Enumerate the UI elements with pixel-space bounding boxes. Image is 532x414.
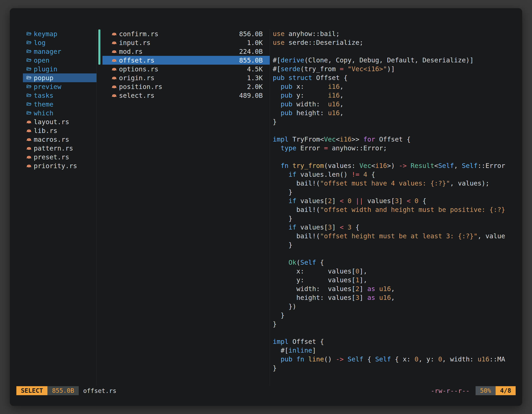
file-name: select.rs (119, 92, 237, 99)
code-line: pub y: i16, (273, 91, 513, 100)
sidebar-item-pattern-rs[interactable]: pattern.rs (23, 144, 96, 153)
file-list-scrollbar[interactable] (98, 29, 100, 65)
sidebar-item-label: lib.rs (34, 127, 57, 135)
rust-file-icon (111, 66, 117, 72)
sidebar-item-label: plugin (34, 65, 57, 73)
code-line: } (273, 364, 513, 373)
file-size: 224.0B (239, 48, 263, 55)
code-line: } (273, 214, 513, 223)
code-line (273, 328, 513, 337)
code-line: }) (273, 302, 513, 311)
sidebar-item-tasks[interactable]: tasks (23, 91, 96, 100)
file-row-input-rs[interactable]: input.rs 1.0K (103, 38, 270, 47)
rust-file-icon (26, 137, 32, 142)
rust-file-icon (26, 145, 32, 151)
file-name: mod.rs (119, 48, 237, 55)
rust-file-icon (111, 58, 117, 63)
rust-file-icon (111, 84, 117, 89)
sidebar-item-label: theme (34, 100, 53, 108)
terminal-window: keymap log manager open (10, 8, 522, 406)
sidebar-item-label: keymap (34, 30, 57, 38)
code-line: if values[3] < 3 { (273, 223, 513, 232)
file-row-confirm-rs[interactable]: confirm.rs 856.0B (103, 29, 270, 38)
rust-file-icon (111, 31, 117, 37)
code-line (273, 249, 513, 258)
rust-file-icon (111, 49, 117, 54)
sidebar-item-macros-rs[interactable]: macros.rs (23, 135, 96, 144)
code-line: height: values[3] as u16, (273, 293, 513, 302)
sidebar-item-priority-rs[interactable]: priority.rs (23, 161, 96, 170)
folder-open-icon (26, 93, 32, 98)
code-line: pub x: i16, (273, 82, 513, 91)
code-line: Ok(Self { (273, 258, 513, 267)
sidebar-item-preview[interactable]: preview (23, 82, 96, 91)
code-line: } (273, 311, 513, 320)
sidebar-item-label: open (34, 57, 49, 64)
folder-open-icon (26, 40, 32, 45)
sidebar-item-which[interactable]: which (23, 109, 96, 117)
sidebar-item-open[interactable]: open (23, 56, 96, 65)
sidebar-item-plugin[interactable]: plugin (23, 65, 96, 73)
code-line (273, 126, 513, 135)
file-size: 489.0B (239, 92, 263, 99)
sidebar-item-label: pattern.rs (34, 144, 73, 152)
file-row-position-rs[interactable]: position.rs 2.0K (103, 82, 270, 91)
file-row-mod-rs[interactable]: mod.rs 224.0B (103, 47, 270, 56)
file-size: 2.0K (247, 83, 263, 91)
folder-open-icon (26, 58, 32, 63)
sidebar-item-log[interactable]: log (23, 38, 96, 47)
sidebar-item-label: log (34, 39, 46, 47)
sidebar-item-label: preset.rs (34, 153, 69, 161)
sidebar-item-label: popup (34, 74, 53, 82)
file-row-origin-rs[interactable]: origin.rs 1.3K (103, 73, 270, 82)
file-row-offset-rs[interactable]: offset.rs 855.0B (103, 56, 270, 65)
sidebar-item-theme[interactable]: theme (23, 100, 96, 109)
code-line (273, 47, 513, 56)
code-line: bail!("offset must have 4 values: {:?}",… (273, 179, 513, 188)
code-line: pub fn line() -> Self { Self { x: 0, y: … (273, 355, 513, 364)
folder-open-icon (26, 110, 32, 116)
sidebar-item-keymap[interactable]: keymap (23, 29, 96, 38)
mode-badge: SELECT (16, 386, 48, 395)
file-name: origin.rs (119, 74, 245, 82)
sidebar-list: keymap log manager open (16, 29, 96, 170)
parent-directory-pane: keymap log manager open (16, 29, 96, 395)
file-name: input.rs (119, 39, 245, 47)
code-line: type Error = anyhow::Error; (273, 144, 513, 153)
sidebar-item-layout-rs[interactable]: layout.rs (23, 117, 96, 126)
file-size-badge: 855.0B (48, 386, 78, 395)
code-line: #[inline] (273, 346, 513, 355)
code-line: impl TryFrom<Vec<i16>> for Offset { (273, 135, 513, 144)
rust-file-icon (111, 40, 117, 45)
code-line: use anyhow::bail; (273, 29, 513, 38)
code-line: if values[2] < 0 || values[3] < 0 { (273, 197, 513, 205)
scroll-percent-badge: 50% (475, 386, 496, 395)
folder-open-icon (26, 66, 32, 72)
code-line: pub struct Offset { (273, 73, 513, 82)
file-name: options.rs (119, 65, 245, 73)
sidebar-item-manager[interactable]: manager (23, 47, 96, 56)
file-size: 1.3K (247, 74, 263, 82)
code-line: pub width: u16, (273, 100, 513, 109)
sidebar-item-popup[interactable]: popup (23, 73, 96, 82)
code-line: use serde::Deserialize; (273, 38, 513, 47)
rust-file-icon (26, 128, 32, 133)
current-directory-pane: confirm.rs 856.0B input.rs 1.0K (97, 29, 270, 395)
code-line: bail!("offset height must be at least 3:… (273, 232, 513, 241)
file-row-select-rs[interactable]: select.rs 489.0B (103, 91, 270, 100)
sidebar-item-lib-rs[interactable]: lib.rs (23, 126, 96, 135)
file-size: 855.0B (239, 57, 263, 64)
file-name: position.rs (119, 83, 245, 91)
rust-file-icon (26, 163, 32, 169)
file-row-options-rs[interactable]: options.rs 4.5K (103, 65, 270, 73)
status-bar: SELECT 855.0B offset.rs -rw-r--r-- 50% 4… (16, 386, 516, 395)
sidebar-item-label: manager (34, 48, 61, 55)
code-line: fn try_from(values: Vec<i16>) -> Result<… (273, 161, 513, 170)
file-size: 1.0K (247, 39, 263, 47)
code-line: } (273, 117, 513, 126)
rust-file-icon (26, 119, 32, 125)
file-permissions: -rw-r--r-- (431, 387, 470, 394)
sidebar-item-label: priority.rs (34, 162, 77, 170)
sidebar-item-preset-rs[interactable]: preset.rs (23, 153, 96, 161)
sidebar-item-label: tasks (34, 92, 53, 99)
